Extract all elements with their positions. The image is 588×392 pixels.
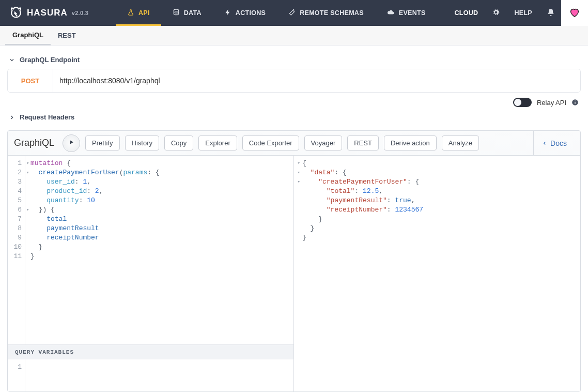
nav-api[interactable]: API bbox=[116, 0, 161, 26]
nav-label: CLOUD bbox=[455, 9, 478, 17]
notifications-button[interactable] bbox=[540, 8, 561, 18]
chevron-right-icon bbox=[8, 114, 16, 120]
query-variables-header[interactable]: Query Variables bbox=[8, 344, 293, 359]
nav-right: CLOUD HELP bbox=[446, 0, 589, 26]
nav-cloud[interactable]: CLOUD bbox=[446, 9, 487, 17]
chevron-down-icon bbox=[8, 57, 16, 63]
wand-icon bbox=[288, 9, 296, 18]
line-gutter: 1234567891011 bbox=[8, 156, 25, 344]
play-icon bbox=[68, 139, 75, 148]
endpoint-url-input[interactable] bbox=[53, 69, 580, 92]
nav-label: HELP bbox=[514, 9, 532, 17]
graphiql-title: GraphiQL bbox=[13, 138, 57, 148]
query-code[interactable]: mutation { createPaymentForUser(params: … bbox=[25, 156, 164, 344]
copy-button[interactable]: Copy bbox=[164, 135, 193, 150]
nav-events[interactable]: EVENTS bbox=[375, 0, 437, 26]
hasura-logo-icon bbox=[9, 6, 23, 20]
flask-icon bbox=[127, 9, 134, 18]
nav-actions[interactable]: ACTIONS bbox=[213, 0, 277, 26]
tab-label: REST bbox=[58, 32, 76, 39]
nav-label: ACTIONS bbox=[236, 9, 266, 17]
love-button[interactable] bbox=[561, 0, 588, 26]
prettify-button[interactable]: Prettify bbox=[85, 135, 119, 150]
query-editor[interactable]: 1234567891011 mutation { createPaymentFo… bbox=[8, 156, 293, 344]
top-nav: HASURA v2.0.3 API DATA ACTIONS REMOTE bbox=[0, 0, 588, 26]
settings-button[interactable] bbox=[486, 9, 506, 18]
graphiql-toolbar: GraphiQL Prettify History Copy Explorer … bbox=[8, 131, 580, 156]
info-icon[interactable] bbox=[571, 99, 579, 106]
endpoint-row: POST bbox=[7, 69, 581, 93]
history-button[interactable]: History bbox=[125, 135, 159, 150]
nav-data[interactable]: DATA bbox=[161, 0, 213, 26]
page-body: GraphQL Endpoint POST Relay API Request … bbox=[0, 46, 588, 392]
headers-section-head[interactable]: Request Headers bbox=[7, 111, 581, 126]
code-exporter-button[interactable]: Code Exporter bbox=[242, 135, 299, 150]
analyze-button[interactable]: Analyze bbox=[442, 135, 479, 150]
section-title: GraphQL Endpoint bbox=[20, 56, 80, 64]
bell-icon bbox=[547, 8, 555, 18]
cloud-icon bbox=[386, 9, 395, 18]
brand-version: v2.0.3 bbox=[72, 10, 88, 16]
gear-icon bbox=[492, 9, 500, 18]
editors: 1234567891011 mutation { createPaymentFo… bbox=[8, 156, 580, 391]
nav-remote-schemas[interactable]: REMOTE SCHEMAS bbox=[277, 0, 375, 26]
docs-button[interactable]: Docs bbox=[533, 131, 575, 156]
variables-code[interactable] bbox=[25, 359, 35, 391]
query-variables-editor[interactable]: 1 bbox=[8, 359, 293, 391]
fold-gutter: ▾▾▾ bbox=[294, 156, 300, 391]
nav-label: EVENTS bbox=[399, 9, 426, 17]
nav-help[interactable]: HELP bbox=[506, 9, 540, 17]
relay-toggle[interactable] bbox=[513, 98, 532, 107]
svg-rect-2 bbox=[575, 102, 575, 104]
subnav: GraphiQL REST bbox=[0, 26, 588, 46]
tab-label: GraphiQL bbox=[12, 31, 43, 39]
main-nav: API DATA ACTIONS REMOTE SCHEMAS EVENTS bbox=[116, 0, 446, 26]
svg-point-0 bbox=[174, 9, 178, 11]
nav-label: DATA bbox=[184, 9, 202, 17]
bolt-icon bbox=[224, 9, 231, 18]
database-icon bbox=[173, 9, 180, 18]
docs-label: Docs bbox=[550, 139, 567, 147]
rest-button[interactable]: REST bbox=[347, 135, 379, 150]
brand-name: HASURA bbox=[27, 8, 68, 18]
explorer-button[interactable]: Explorer bbox=[198, 135, 237, 150]
result-code: { "data": { "createPaymentForUser": { "t… bbox=[300, 156, 427, 391]
line-gutter: 1 bbox=[8, 359, 25, 391]
http-method: POST bbox=[8, 69, 53, 92]
svg-rect-3 bbox=[575, 101, 575, 101]
voyager-button[interactable]: Voyager bbox=[304, 135, 343, 150]
execute-button[interactable] bbox=[63, 134, 80, 152]
relay-toggle-row: Relay API bbox=[7, 93, 581, 111]
section-title: Request Headers bbox=[20, 113, 74, 121]
relay-label: Relay API bbox=[537, 99, 566, 107]
method-label: POST bbox=[21, 77, 39, 85]
tab-rest[interactable]: REST bbox=[51, 26, 83, 46]
query-editor-pane: 1234567891011 mutation { createPaymentFo… bbox=[8, 156, 294, 391]
result-pane: ▾▾▾ { "data": { "createPaymentForUser": … bbox=[294, 156, 580, 391]
heart-icon bbox=[568, 7, 581, 20]
nav-label: API bbox=[138, 9, 150, 17]
chevron-left-icon bbox=[542, 139, 547, 147]
derive-action-button[interactable]: Derive action bbox=[384, 135, 437, 150]
nav-label: REMOTE SCHEMAS bbox=[300, 9, 364, 17]
endpoint-section-head[interactable]: GraphQL Endpoint bbox=[7, 54, 581, 69]
graphiql-panel: GraphiQL Prettify History Copy Explorer … bbox=[7, 130, 581, 392]
tab-graphiql[interactable]: GraphiQL bbox=[5, 26, 51, 46]
brand[interactable]: HASURA v2.0.3 bbox=[0, 0, 116, 26]
